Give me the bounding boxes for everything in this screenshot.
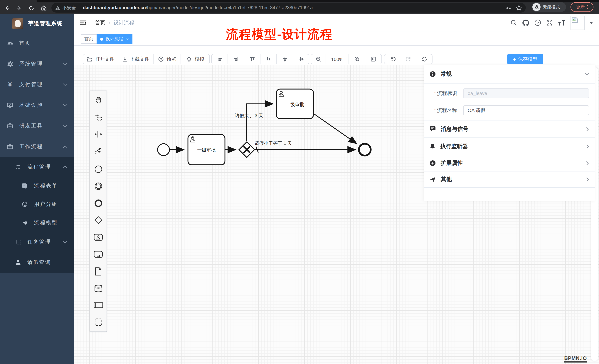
sidebar-item-pay[interactable]: ¥ 支付管理 (0, 74, 74, 95)
align-middle-button[interactable] (277, 54, 293, 64)
user-task-1[interactable]: 一级审批 (188, 135, 225, 165)
forward-icon[interactable] (15, 4, 23, 12)
global-connect-tool[interactable] (90, 143, 106, 160)
create-participant[interactable] (90, 297, 106, 314)
simulate-button[interactable]: 模拟 (181, 54, 209, 64)
download-file-button[interactable]: 下载文件 (118, 54, 154, 64)
space-tool[interactable] (90, 126, 106, 143)
preview-button[interactable]: 预览 (154, 54, 181, 64)
panel-section-general[interactable]: 常规 (424, 65, 595, 84)
sidebar-item-devtools[interactable]: 研发工具 (0, 116, 74, 136)
fullscreen-icon[interactable] (546, 19, 553, 26)
user-task-2[interactable]: 二级审批 (276, 89, 313, 119)
document-edit-icon (21, 183, 28, 189)
create-subprocess[interactable] (90, 246, 106, 263)
create-start-event[interactable] (90, 161, 106, 178)
sidebar-item-process-mgmt[interactable]: 流程管理 (0, 157, 74, 177)
org-tree-icon (14, 239, 22, 245)
bookmark-star-icon[interactable] (516, 5, 522, 11)
bpmn-io-logo[interactable]: BPMN.iO (564, 356, 587, 363)
security-label[interactable]: 不安全 (62, 5, 76, 11)
designer-toolbar: 打开文件 下载文件 预览 模拟 100% (74, 46, 599, 65)
broken-image-icon (572, 17, 578, 23)
flow-gateway-to-task2[interactable] (247, 104, 273, 141)
sidebar-collapse-icon[interactable] (80, 20, 87, 26)
start-event[interactable] (158, 144, 169, 156)
sidebar-item-task-mgmt[interactable]: 任务管理 (0, 232, 74, 252)
create-data-object[interactable] (90, 263, 106, 280)
undo-button[interactable] (384, 54, 401, 64)
tab-close-icon[interactable]: × (126, 36, 129, 42)
download-icon (122, 56, 127, 62)
gear-icon (6, 60, 14, 68)
url-separator (79, 5, 79, 10)
update-label[interactable]: 更新 (576, 4, 585, 10)
sidebar-item-home[interactable]: 首页 (0, 33, 74, 54)
tab-design-process[interactable]: 设计流程 × (97, 34, 132, 44)
create-gateway[interactable] (90, 212, 106, 229)
font-size-icon[interactable] (558, 20, 566, 26)
save-model-button[interactable]: + 保存模型 (507, 54, 543, 64)
sidebar-item-infra[interactable]: 基础设施 (0, 95, 74, 116)
process-name-input[interactable] (463, 105, 589, 115)
zoom-level[interactable]: 100% (326, 54, 349, 64)
flow-label-gt[interactable]: 请假大于 3 天 (235, 113, 263, 118)
redo-button[interactable] (401, 54, 416, 64)
panel-section-extended-attrs[interactable]: 扩展属性 (424, 155, 595, 171)
zoom-in-button[interactable] (349, 54, 365, 64)
chevron-down-icon (63, 62, 67, 65)
lasso-tool[interactable] (90, 109, 106, 126)
fit-viewport-button[interactable] (365, 54, 381, 64)
restart-button[interactable] (416, 54, 432, 64)
chevron-right-icon (586, 161, 589, 166)
browser-update-button[interactable]: 更新 (571, 2, 593, 12)
sidebar-item-system[interactable]: 系统管理 (0, 54, 74, 74)
back-icon[interactable] (3, 4, 11, 12)
create-intermediate-event[interactable] (90, 178, 106, 195)
browser-menu-icon[interactable] (587, 5, 588, 9)
panel-section-execution-listener[interactable]: 执行监听器 (424, 138, 595, 155)
align-top-button[interactable] (244, 54, 260, 64)
zoom-out-button[interactable] (311, 54, 326, 64)
browser-tab-strip (0, 0, 599, 2)
align-center-button[interactable] (293, 54, 309, 64)
incognito-icon (532, 3, 541, 11)
flow-label-le[interactable]: 请假小于等于 1 天 (255, 141, 292, 146)
align-bottom-button[interactable] (260, 54, 277, 64)
browser-active-tab[interactable] (0, 0, 37, 2)
hand-tool[interactable] (90, 92, 106, 109)
url-domain: dashboard.yudao.iocoder.cn (83, 5, 146, 10)
help-icon[interactable]: ? (534, 19, 541, 26)
process-key-input[interactable] (463, 88, 589, 98)
avatar-caret-icon[interactable] (589, 22, 593, 24)
flow-task2-to-end[interactable] (313, 113, 356, 143)
search-icon[interactable] (510, 19, 517, 26)
panel-section-other[interactable]: 其他 (424, 171, 595, 188)
align-right-button[interactable] (228, 54, 244, 64)
reload-icon[interactable] (27, 4, 35, 12)
create-group[interactable] (90, 314, 106, 331)
address-bar[interactable]: 不安全 dashboard.yudao.iocoder.cn/bpm/manag… (52, 3, 526, 13)
sidebar-item-user-group[interactable]: 用户分组 (0, 195, 74, 214)
password-key-icon[interactable] (505, 5, 511, 11)
avatar[interactable] (571, 16, 585, 30)
panel-general-form: *流程标识 *流程名称 (424, 84, 595, 120)
create-end-event[interactable] (90, 195, 106, 212)
tab-home[interactable]: 首页 (81, 34, 97, 44)
sidebar-item-leave-query[interactable]: 请假查询 (0, 252, 74, 273)
create-user-task[interactable] (90, 229, 106, 246)
home-icon[interactable] (40, 4, 48, 12)
create-data-store[interactable] (90, 280, 106, 297)
align-left-button[interactable] (212, 54, 228, 64)
sidebar-item-process-model[interactable]: 流程模型 (0, 214, 74, 232)
end-event[interactable] (359, 144, 371, 156)
paper-plane-icon (21, 220, 28, 226)
exclusive-gateway[interactable] (239, 142, 255, 157)
open-file-button[interactable]: 打开文件 (83, 54, 118, 64)
sidebar-item-workflow[interactable]: 工作流程 (0, 136, 74, 157)
github-icon[interactable] (522, 19, 529, 26)
panel-section-message-signal[interactable]: 消息与信号 (424, 120, 595, 138)
breadcrumb-home[interactable]: 首页 (95, 19, 106, 26)
sidebar-item-process-form[interactable]: 流程表单 (0, 177, 74, 195)
app-logo-row[interactable]: 芋道管理系统 (0, 14, 74, 33)
